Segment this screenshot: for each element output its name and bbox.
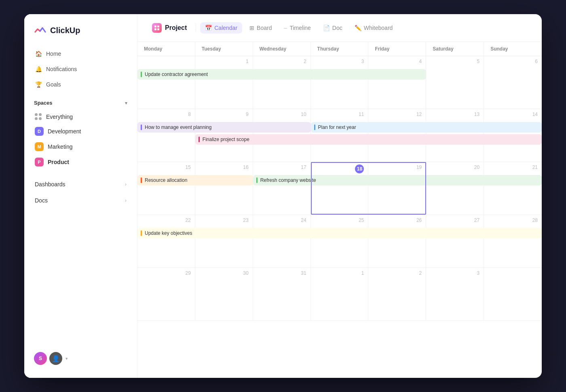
board-tab-icon: ⊞	[249, 25, 254, 31]
avatar-user: 👤	[49, 352, 62, 365]
cell-tue-w1[interactable]: 1	[195, 56, 253, 109]
section-docs[interactable]: Docs ›	[29, 193, 132, 208]
cell-sat-w5[interactable]: 3	[426, 268, 484, 320]
everything-icon	[35, 113, 42, 120]
clickup-logo-icon	[34, 24, 47, 37]
cell-tue-w5[interactable]: 30	[195, 268, 253, 320]
sidebar: ClickUp 🏠 Home 🔔 Notifications 🏆 Goals S…	[24, 14, 137, 378]
tab-whiteboard[interactable]: ✏️ Whiteboard	[350, 22, 398, 34]
marketing-badge: M	[35, 142, 44, 151]
topbar-divider	[196, 24, 196, 32]
cell-mon-w2[interactable]: 8	[137, 109, 195, 162]
space-everything[interactable]: Everything	[29, 110, 132, 124]
cell-thu-w2[interactable]: 11	[311, 109, 369, 162]
cell-tue-w4[interactable]: 23	[195, 215, 253, 268]
spaces-collapse-icon[interactable]: ▾	[125, 100, 127, 106]
nav-notifications-label: Notifications	[46, 66, 77, 72]
timeline-tab-icon: ⏤	[284, 25, 287, 31]
week-1-cells: 1 2 3 4 5 6	[137, 56, 542, 109]
nav-list: 🏠 Home 🔔 Notifications 🏆 Goals	[24, 46, 137, 92]
app-window: ClickUp 🏠 Home 🔔 Notifications 🏆 Goals S…	[24, 14, 542, 378]
cell-sun-w3[interactable]: 21	[484, 162, 542, 215]
calendar-tab-icon: 📅	[205, 25, 212, 31]
nav-notifications[interactable]: 🔔 Notifications	[29, 62, 132, 76]
svg-rect-0	[154, 25, 156, 27]
header-saturday: Saturday	[426, 42, 484, 56]
logo: ClickUp	[24, 24, 137, 46]
space-development-label: Development	[48, 128, 81, 135]
cell-fri-w1[interactable]: 4	[368, 56, 426, 109]
cell-mon-w1[interactable]	[137, 56, 195, 109]
tab-doc[interactable]: 📄 Doc	[318, 22, 347, 34]
week-row-1: 1 2 3 4 5 6 Update contractor agreement	[137, 56, 542, 109]
docs-chevron-icon: ›	[125, 198, 127, 203]
app-name: ClickUp	[50, 26, 80, 35]
cell-sat-w1[interactable]: 5	[426, 56, 484, 109]
nav-goals-label: Goals	[46, 81, 61, 88]
space-development[interactable]: D Development	[29, 124, 132, 139]
cell-wed-w3[interactable]: 17	[253, 162, 311, 215]
cell-fri-w3[interactable]: 19	[368, 162, 426, 215]
tab-calendar-label: Calendar	[214, 25, 237, 31]
dashboards-chevron-icon: ›	[125, 181, 127, 187]
cell-thu-w3[interactable]: 18	[311, 162, 369, 215]
cell-wed-w1[interactable]: 2	[253, 56, 311, 109]
space-product[interactable]: P Product	[29, 154, 132, 170]
cell-mon-w3[interactable]: 15	[137, 162, 195, 215]
cell-sun-w5[interactable]	[484, 268, 542, 320]
tab-board[interactable]: ⊞ Board	[245, 22, 277, 34]
week-4-cells: 22 23 24 25 26 27 28	[137, 215, 542, 268]
cell-fri-w4[interactable]: 26	[368, 215, 426, 268]
today-date-badge: 18	[355, 164, 364, 173]
svg-rect-2	[154, 28, 156, 30]
cell-thu-w4[interactable]: 25	[311, 215, 369, 268]
main-content: Project 📅 Calendar ⊞ Board ⏤ Timeline 📄 …	[137, 14, 542, 378]
nav-home[interactable]: 🏠 Home	[29, 46, 132, 61]
docs-label: Docs	[35, 197, 48, 204]
home-icon: 🏠	[35, 50, 42, 57]
whiteboard-tab-icon: ✏️	[355, 25, 361, 31]
project-title-area[interactable]: Project	[147, 21, 192, 35]
header-wednesday: Wednesday	[253, 42, 311, 56]
cell-tue-w3[interactable]: 16	[195, 162, 253, 215]
space-marketing-label: Marketing	[48, 143, 72, 150]
cell-thu-w5[interactable]: 1	[311, 268, 369, 320]
week-row-3: 15 16 17 18 19 20 21 R	[137, 162, 542, 215]
cell-sat-w3[interactable]: 20	[426, 162, 484, 215]
cell-fri-w5[interactable]: 2	[368, 268, 426, 320]
section-dashboards[interactable]: Dashboards ›	[29, 177, 132, 192]
week-5-cells: 29 30 31 1 2 3	[137, 268, 542, 320]
tab-doc-label: Doc	[332, 25, 342, 31]
cell-sat-w4[interactable]: 27	[426, 215, 484, 268]
cell-sat-w2[interactable]: 13	[426, 109, 484, 162]
user-menu-chevron-icon[interactable]: ▾	[65, 356, 68, 361]
topbar: Project 📅 Calendar ⊞ Board ⏤ Timeline 📄 …	[137, 14, 542, 42]
svg-rect-1	[157, 25, 159, 27]
cell-mon-w5[interactable]: 29	[137, 268, 195, 320]
tab-timeline[interactable]: ⏤ Timeline	[279, 22, 315, 34]
space-product-label: Product	[48, 159, 69, 165]
calendar-header: Monday Tuesday Wednesday Thursday Friday…	[137, 42, 542, 56]
cell-sun-w1[interactable]: 6	[484, 56, 542, 109]
week-row-5: 29 30 31 1 2 3	[137, 268, 542, 321]
space-marketing[interactable]: M Marketing	[29, 139, 132, 154]
cell-sun-w2[interactable]: 14	[484, 109, 542, 162]
doc-tab-icon: 📄	[323, 25, 330, 31]
avatar-s: S	[34, 352, 47, 365]
tab-board-label: Board	[257, 25, 272, 31]
nav-goals[interactable]: 🏆 Goals	[29, 77, 132, 92]
cell-wed-w5[interactable]: 31	[253, 268, 311, 320]
header-monday: Monday	[137, 42, 195, 56]
spaces-title: Spaces	[34, 100, 53, 106]
cell-wed-w2[interactable]: 10	[253, 109, 311, 162]
cell-thu-w1[interactable]: 3	[311, 56, 369, 109]
header-sunday: Sunday	[484, 42, 542, 56]
cell-fri-w2[interactable]: 12	[368, 109, 426, 162]
tab-whiteboard-label: Whiteboard	[364, 25, 393, 31]
cell-mon-w4[interactable]: 22	[137, 215, 195, 268]
cell-wed-w4[interactable]: 24	[253, 215, 311, 268]
week-row-4: 22 23 24 25 26 27 28 Update key objectiv…	[137, 215, 542, 268]
tab-calendar[interactable]: 📅 Calendar	[200, 22, 242, 34]
cell-sun-w4[interactable]: 28	[484, 215, 542, 268]
cell-tue-w2[interactable]: 9	[195, 109, 253, 162]
